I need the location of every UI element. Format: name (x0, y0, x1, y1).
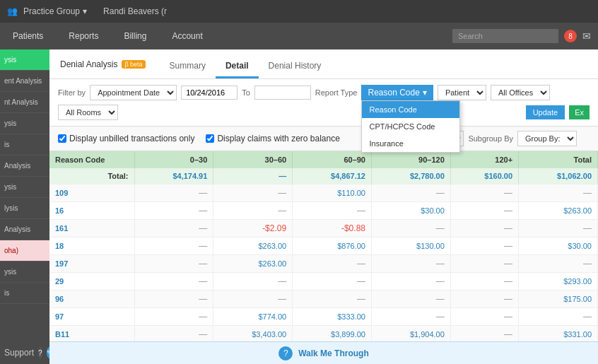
tab-denial-history[interactable]: Denial History (259, 55, 332, 78)
subgroup-by-select[interactable]: Group By: (517, 131, 577, 146)
row-code[interactable]: 97 (49, 308, 134, 326)
sidebar-item-5[interactable]: Analysis (0, 155, 49, 177)
row-60-90: $876.00 (293, 237, 372, 255)
totals-60-90: $4,867.12 (293, 168, 372, 184)
col-header-0-30: 0–30 (134, 151, 213, 168)
notification-badge[interactable]: 8 (564, 30, 577, 42)
sidebar-item-0[interactable]: ysis (0, 49, 49, 71)
table-row: 16 — — — $30.00 — $263.00 (49, 202, 598, 220)
main-layout: ysis ent Analysis nt Analysis ysis is An… (0, 49, 598, 364)
row-total: $331.00 (519, 326, 598, 342)
zero-balance-checkbox[interactable] (206, 134, 214, 143)
mail-icon[interactable]: ✉ (582, 30, 591, 42)
chevron-down-icon: ▾ (423, 88, 427, 98)
row-total: — (519, 184, 598, 202)
unbilled-checkbox-label[interactable]: Display unbilled transactions only (58, 134, 194, 143)
report-type-button[interactable]: Reason Code ▾ (361, 85, 433, 100)
date-from-input[interactable] (181, 86, 238, 100)
sidebar-item-7[interactable]: lysis (0, 198, 49, 219)
dropdown-item-reason-code[interactable]: Reason Code (362, 101, 459, 118)
row-30-60: -$2.09 (213, 220, 293, 237)
row-code[interactable]: 96 (49, 290, 134, 308)
support-label: Support (4, 348, 34, 358)
sidebar-item-6[interactable]: ysis (0, 177, 49, 198)
sidebar-item-4[interactable]: is (0, 134, 49, 155)
table-row: 18 — $263.00 $876.00 $130.00 — $30.00 (49, 237, 598, 255)
export-button[interactable]: Ex (569, 105, 590, 119)
row-120plus: — (450, 202, 518, 220)
row-total: $30.00 (519, 237, 598, 255)
dropdown-item-insurance[interactable]: Insurance (362, 135, 459, 152)
sidebar-item-2[interactable]: nt Analysis (0, 92, 49, 113)
sidebar-item-9[interactable]: oha) (0, 240, 49, 262)
row-code[interactable]: 109 (49, 184, 134, 202)
subgroup-by-label: Subgroup By (468, 134, 513, 143)
nav-item-reports[interactable]: Reports (63, 28, 104, 44)
sidebar-item-3[interactable]: ysis (0, 113, 49, 134)
practice-group[interactable]: Practice Group ▾ (23, 6, 87, 16)
totals-0-30: $4,174.91 (134, 168, 213, 184)
tab-summary[interactable]: Summary (160, 55, 216, 78)
col-header-90-120: 90–120 (371, 151, 450, 168)
appointment-date-select[interactable]: Appointment Date (90, 85, 177, 100)
zero-balance-checkbox-label[interactable]: Display claims with zero balance (206, 134, 339, 143)
unbilled-label: Display unbilled transactions only (69, 134, 194, 143)
row-code[interactable]: B11 (49, 326, 134, 342)
sidebar-item-1[interactable]: ent Analysis (0, 71, 49, 92)
row-120plus: — (450, 255, 518, 273)
nav-item-account[interactable]: Account (166, 28, 208, 44)
totals-120plus: $160.00 (450, 168, 518, 184)
row-total: $293.00 (519, 273, 598, 290)
row-90-120: $1,904.00 (371, 326, 450, 342)
row-60-90: — (293, 290, 372, 308)
row-60-90: — (293, 273, 372, 290)
rooms-select[interactable]: All Rooms (58, 105, 118, 120)
search-input[interactable] (452, 29, 558, 43)
dropdown-item-cpt[interactable]: CPT/HCPCS Code (362, 118, 459, 135)
sidebar-item-10[interactable]: ysis (0, 262, 49, 283)
filter-label: Filter by (58, 88, 86, 97)
update-button[interactable]: Update (526, 105, 565, 119)
to-label: To (242, 88, 250, 97)
zero-balance-label: Display claims with zero balance (217, 134, 339, 143)
help-icon[interactable]: ? (38, 347, 42, 358)
row-30-60: $263.00 (213, 255, 293, 273)
row-0-30: — (134, 326, 213, 342)
row-30-60: — (213, 184, 293, 202)
user-name: Randi Beavers (r (103, 6, 167, 16)
title-text: Denial Analysis (60, 59, 117, 69)
table-row: 197 — $263.00 — — — — (49, 255, 598, 273)
row-total: — (519, 220, 598, 237)
row-code[interactable]: 197 (49, 255, 134, 273)
table-row: 96 — — — — — $175.00 (49, 290, 598, 308)
sidebar-item-8[interactable]: Analysis (0, 219, 49, 240)
tab-detail[interactable]: Detail (216, 55, 259, 78)
sidebar-item-11[interactable]: is (0, 283, 49, 304)
sidebar: ysis ent Analysis nt Analysis ysis is An… (0, 49, 49, 364)
nav-item-billing[interactable]: Billing (118, 28, 152, 44)
row-code[interactable]: 16 (49, 202, 134, 220)
filter-bar: Filter by Appointment Date To Report Typ… (49, 79, 598, 127)
date-to-input[interactable] (254, 86, 311, 100)
top-bar-left: 👥 Practice Group ▾ Randi Beavers (r (7, 6, 167, 16)
walk-me-through-bar[interactable]: ? Walk Me Through (49, 341, 598, 364)
row-60-90: $333.00 (293, 308, 372, 326)
top-bar: 👥 Practice Group ▾ Randi Beavers (r (0, 0, 598, 23)
offices-select[interactable]: All Offices (491, 85, 550, 100)
row-code[interactable]: 18 (49, 237, 134, 255)
report-type-label: Report Type (315, 88, 358, 97)
row-90-120: $130.00 (371, 237, 450, 255)
patient-select[interactable]: Patient (438, 85, 486, 100)
row-code[interactable]: 29 (49, 273, 134, 290)
checkbox-row: Display unbilled transactions only Displ… (49, 127, 598, 151)
row-code[interactable]: 161 (49, 220, 134, 237)
row-90-120: — (371, 290, 450, 308)
report-type-dropdown: Reason Code CPT/HCPCS Code Insurance (361, 100, 460, 153)
row-0-30: — (134, 184, 213, 202)
table-container: Reason Code 0–30 30–60 60–90 90–120 120+… (49, 151, 598, 341)
unbilled-checkbox[interactable] (58, 134, 66, 143)
report-type-container: Reason Code ▾ Reason Code CPT/HCPCS Code… (361, 85, 433, 100)
row-total: $263.00 (519, 202, 598, 220)
row-90-120: — (371, 308, 450, 326)
nav-item-patients[interactable]: Patients (7, 28, 49, 44)
